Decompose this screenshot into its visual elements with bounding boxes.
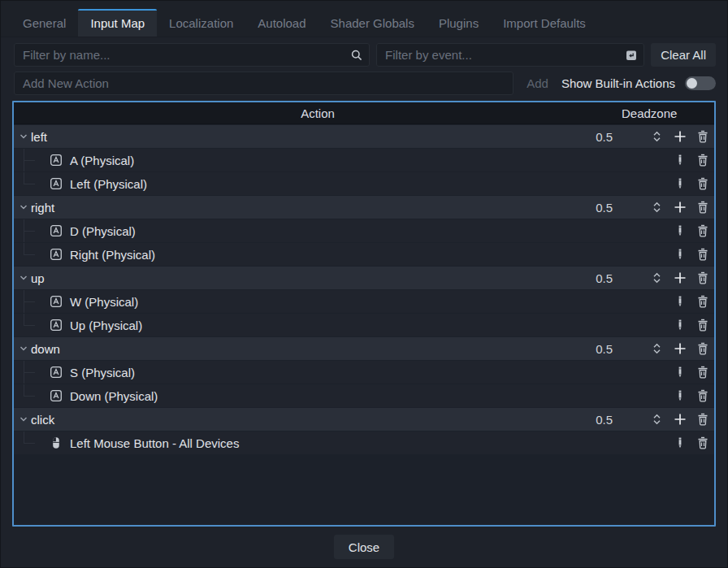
deadzone-spinner-icon[interactable] [650, 200, 663, 215]
delete-event-button[interactable] [696, 318, 710, 332]
input-map-tree: Action Deadzone left0.5A (Physical)Left … [12, 101, 716, 527]
edit-event-button[interactable] [673, 153, 687, 167]
delete-action-button[interactable] [696, 271, 710, 285]
filter-event-field[interactable] [377, 48, 644, 62]
mouse-icon [50, 436, 63, 449]
edit-event-button[interactable] [673, 176, 687, 191]
deadzone-spinner-icon[interactable] [650, 129, 663, 144]
deadzone-value[interactable]: 0.5 [580, 342, 613, 356]
delete-event-button[interactable] [696, 294, 710, 309]
action-name: down [31, 342, 60, 356]
clear-all-button[interactable]: Clear All [651, 43, 716, 67]
tab-general[interactable]: General [11, 9, 78, 37]
keyboard-icon [50, 224, 63, 237]
event-row[interactable]: W (Physical) [14, 290, 714, 313]
tree-guide [14, 314, 50, 336]
event-row[interactable]: S (Physical) [14, 361, 714, 384]
deadzone-column-header[interactable]: Deadzone [622, 106, 675, 120]
dialog-footer: Close [1, 527, 727, 567]
tree-rows: left0.5A (Physical)Left (Physical)right0… [14, 124, 714, 525]
event-label: Up (Physical) [70, 319, 142, 332]
chevron-down-icon[interactable] [19, 272, 31, 284]
close-button[interactable]: Close [334, 535, 394, 559]
action-row[interactable]: click0.5 [14, 408, 714, 431]
filter-name-field[interactable] [15, 48, 369, 62]
event-label: W (Physical) [70, 295, 138, 309]
delete-event-button[interactable] [696, 388, 710, 403]
event-row[interactable]: Left Mouse Button - All Devices [14, 431, 714, 454]
add-button[interactable]: Add [523, 76, 552, 90]
chevron-down-icon[interactable] [19, 343, 31, 354]
tab-localization[interactable]: Localization [157, 9, 245, 37]
toggle-knob [687, 78, 697, 89]
event-row[interactable]: Right (Physical) [14, 243, 714, 266]
deadzone-value[interactable]: 0.5 [580, 201, 613, 215]
event-row[interactable]: Down (Physical) [14, 384, 714, 407]
action-column-header[interactable]: Action [14, 106, 622, 120]
deadzone-value[interactable]: 0.5 [580, 271, 613, 285]
edit-event-button[interactable] [673, 294, 687, 309]
filter-row: Clear All [1, 37, 727, 67]
chevron-down-icon[interactable] [19, 131, 31, 142]
edit-event-button[interactable] [673, 318, 687, 332]
search-icon [350, 49, 363, 62]
keyboard-icon [50, 177, 63, 190]
add-event-button[interactable] [673, 271, 687, 285]
event-label: Right (Physical) [70, 248, 155, 262]
add-event-button[interactable] [673, 412, 687, 427]
delete-event-button[interactable] [696, 436, 710, 450]
keyboard-icon [50, 319, 63, 332]
event-label: Down (Physical) [70, 389, 158, 403]
edit-event-button[interactable] [673, 223, 687, 238]
deadzone-spinner-icon[interactable] [650, 271, 663, 285]
filter-by-name-input[interactable] [14, 43, 370, 67]
event-label: Left Mouse Button - All Devices [70, 436, 239, 450]
show-builtin-actions-toggle[interactable] [685, 76, 716, 90]
tree-guide [14, 149, 50, 171]
project-settings-dialog: GeneralInput MapLocalizationAutoloadShad… [0, 0, 728, 568]
filter-by-event-input[interactable] [376, 43, 644, 67]
action-row[interactable]: down0.5 [14, 337, 714, 360]
deadzone-spinner-icon[interactable] [650, 412, 663, 427]
event-row[interactable]: Left (Physical) [14, 172, 714, 195]
chevron-down-icon[interactable] [19, 202, 31, 213]
add-event-button[interactable] [673, 200, 687, 215]
action-row[interactable]: up0.5 [14, 267, 714, 289]
tree-guide [14, 384, 50, 407]
delete-event-button[interactable] [696, 176, 710, 191]
event-row[interactable]: A (Physical) [14, 149, 714, 171]
deadzone-spinner-icon[interactable] [650, 341, 663, 356]
deadzone-value[interactable]: 0.5 [580, 130, 613, 144]
add-new-action-input[interactable] [14, 72, 514, 95]
tab-plugins[interactable]: Plugins [427, 9, 491, 37]
chevron-down-icon[interactable] [19, 414, 31, 425]
edit-event-button[interactable] [673, 365, 687, 379]
tree-guide [14, 172, 50, 195]
delete-action-button[interactable] [696, 200, 710, 215]
tab-input-map[interactable]: Input Map [78, 9, 157, 37]
event-row[interactable]: Up (Physical) [14, 314, 714, 336]
delete-event-button[interactable] [696, 223, 710, 238]
action-row[interactable]: left0.5 [14, 125, 714, 148]
edit-event-button[interactable] [673, 247, 687, 262]
add-action-field[interactable] [15, 76, 513, 90]
delete-action-button[interactable] [696, 341, 710, 356]
edit-event-button[interactable] [673, 436, 687, 450]
action-row[interactable]: right0.5 [14, 196, 714, 219]
tab-shader-globals[interactable]: Shader Globals [318, 9, 427, 37]
delete-action-button[interactable] [696, 412, 710, 427]
settings-tabbar: GeneralInput MapLocalizationAutoloadShad… [1, 1, 727, 37]
delete-action-button[interactable] [696, 129, 710, 144]
tab-import-defaults[interactable]: Import Defaults [491, 9, 598, 37]
keyboard-icon [50, 295, 63, 308]
add-event-button[interactable] [673, 129, 687, 144]
delete-event-button[interactable] [696, 247, 710, 262]
tab-autoload[interactable]: Autoload [245, 9, 318, 37]
tree-guide [14, 431, 50, 454]
delete-event-button[interactable] [696, 153, 710, 167]
add-event-button[interactable] [673, 341, 687, 356]
event-row[interactable]: D (Physical) [14, 219, 714, 242]
edit-event-button[interactable] [673, 388, 687, 403]
deadzone-value[interactable]: 0.5 [580, 413, 613, 427]
delete-event-button[interactable] [696, 365, 710, 379]
